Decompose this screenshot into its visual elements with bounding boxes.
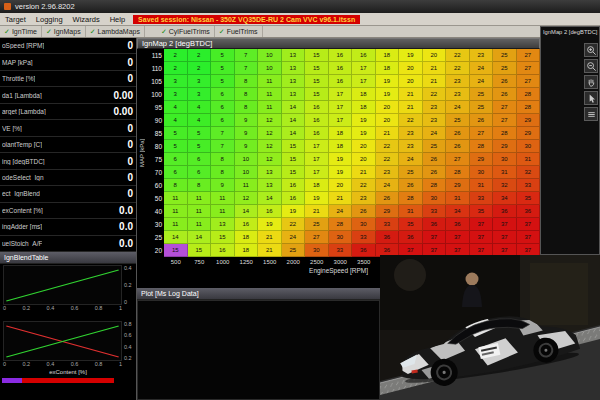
map-cell[interactable]: 19 (376, 75, 400, 88)
map-cell[interactable]: 3 (188, 75, 212, 88)
map-cell[interactable]: 16 (211, 244, 235, 257)
map-cell[interactable]: 2 (188, 49, 212, 62)
map-cell[interactable]: 15 (282, 140, 306, 153)
map-cell[interactable]: 26 (376, 192, 400, 205)
map-cell[interactable]: 33 (423, 205, 447, 218)
map-cell[interactable]: 5 (164, 140, 188, 153)
map-cell[interactable]: 13 (282, 75, 306, 88)
map-cell[interactable]: 13 (282, 49, 306, 62)
map-cell[interactable]: 37 (470, 231, 494, 244)
map-cell[interactable]: 33 (352, 231, 376, 244)
map-cell[interactable]: 33 (517, 179, 541, 192)
map-cell[interactable]: 25 (493, 49, 517, 62)
map-cell[interactable]: 19 (329, 166, 353, 179)
map-cell[interactable]: 26 (493, 88, 517, 101)
map-cell[interactable]: 30 (470, 166, 494, 179)
map-cell[interactable]: 19 (258, 218, 282, 231)
map-cell[interactable]: 6 (164, 166, 188, 179)
map-cell[interactable]: 36 (399, 231, 423, 244)
map-cell[interactable]: 29 (493, 140, 517, 153)
map-cell[interactable]: 8 (235, 101, 259, 114)
zoom-out-icon[interactable] (584, 59, 598, 73)
menu-item-help[interactable]: Help (105, 15, 130, 24)
map-cell[interactable]: 5 (164, 127, 188, 140)
map-cell[interactable]: 5 (211, 62, 235, 75)
map-cell[interactable]: 26 (493, 75, 517, 88)
map-cell[interactable]: 21 (305, 205, 329, 218)
map-cell[interactable]: 5 (211, 75, 235, 88)
map-cell[interactable]: 26 (352, 205, 376, 218)
map-cell[interactable]: 23 (399, 140, 423, 153)
map-cell[interactable]: 30 (517, 140, 541, 153)
map-cell[interactable]: 26 (446, 140, 470, 153)
map-cell[interactable]: 27 (517, 49, 541, 62)
map-cell[interactable]: 13 (211, 218, 235, 231)
map-cell[interactable]: 37 (517, 231, 541, 244)
map-cell[interactable]: 26 (470, 114, 494, 127)
map-cell[interactable]: 11 (164, 205, 188, 218)
map-cell[interactable]: 22 (423, 88, 447, 101)
map-cell[interactable]: 29 (470, 153, 494, 166)
map-cell[interactable]: 23 (399, 127, 423, 140)
map-cell[interactable]: 14 (282, 127, 306, 140)
map-cell[interactable]: 26 (399, 179, 423, 192)
tab-igntime[interactable]: ✓IgnTime (0, 26, 42, 37)
pan-hand-icon[interactable] (584, 75, 598, 89)
map-cell[interactable]: 37 (470, 218, 494, 231)
menu-icon[interactable] (584, 107, 598, 121)
map-cell[interactable]: 37 (423, 231, 447, 244)
map-cell[interactable]: 28 (517, 101, 541, 114)
map-cell[interactable]: 20 (352, 153, 376, 166)
map-cell[interactable]: 9 (211, 179, 235, 192)
map-cell[interactable]: 31 (517, 153, 541, 166)
zoom-in-icon[interactable] (584, 43, 598, 57)
map-cell[interactable]: 21 (399, 88, 423, 101)
map-cell[interactable]: 20 (376, 101, 400, 114)
map-cell[interactable]: 29 (517, 127, 541, 140)
map-cell[interactable]: 22 (446, 49, 470, 62)
map-cell[interactable]: 15 (305, 75, 329, 88)
map-cell[interactable]: 18 (352, 88, 376, 101)
map-cell[interactable]: 17 (352, 75, 376, 88)
map-cell[interactable]: 8 (164, 179, 188, 192)
map-cell[interactable]: 16 (305, 101, 329, 114)
map-cell[interactable]: 2 (164, 62, 188, 75)
map-cell[interactable]: 10 (235, 153, 259, 166)
map-cell[interactable]: 8 (211, 153, 235, 166)
map-cell[interactable]: 16 (235, 218, 259, 231)
tab-ignmaps[interactable]: ✓IgnMaps (42, 26, 86, 37)
map-cell[interactable]: 28 (517, 88, 541, 101)
map-cell[interactable]: 13 (258, 166, 282, 179)
map-cell[interactable]: 27 (446, 153, 470, 166)
map-cell[interactable]: 11 (258, 75, 282, 88)
map-cell[interactable]: 15 (282, 153, 306, 166)
map-cell[interactable]: 13 (282, 88, 306, 101)
map-cell[interactable]: 37 (517, 218, 541, 231)
map-cell[interactable]: 12 (258, 140, 282, 153)
map-cell[interactable]: 6 (211, 114, 235, 127)
map-cell[interactable]: 6 (164, 153, 188, 166)
map-cell[interactable]: 23 (423, 101, 447, 114)
map-cell[interactable]: 7 (211, 127, 235, 140)
map-cell[interactable]: 28 (470, 140, 494, 153)
map-cell[interactable]: 16 (282, 179, 306, 192)
map-cell[interactable]: 17 (329, 88, 353, 101)
map-cell[interactable]: 18 (352, 101, 376, 114)
map-cell[interactable]: 25 (470, 101, 494, 114)
map-cell[interactable]: 31 (399, 205, 423, 218)
map-cell[interactable]: 2 (188, 62, 212, 75)
map-cell[interactable]: 28 (423, 179, 447, 192)
map-cell[interactable]: 19 (352, 114, 376, 127)
map-cell[interactable]: 29 (446, 179, 470, 192)
map-cell[interactable]: 26 (423, 153, 447, 166)
map-cell[interactable]: 33 (329, 244, 353, 257)
map-cell[interactable]: 12 (258, 114, 282, 127)
map-cell[interactable]: 14 (258, 192, 282, 205)
map-cell[interactable]: 31 (446, 192, 470, 205)
map-cell[interactable]: 20 (329, 179, 353, 192)
map-cell[interactable]: 16 (305, 127, 329, 140)
map-cell[interactable]: 36 (376, 231, 400, 244)
map-cell[interactable]: 8 (211, 166, 235, 179)
map-cell[interactable]: 36 (517, 205, 541, 218)
map-cell[interactable]: 14 (282, 101, 306, 114)
